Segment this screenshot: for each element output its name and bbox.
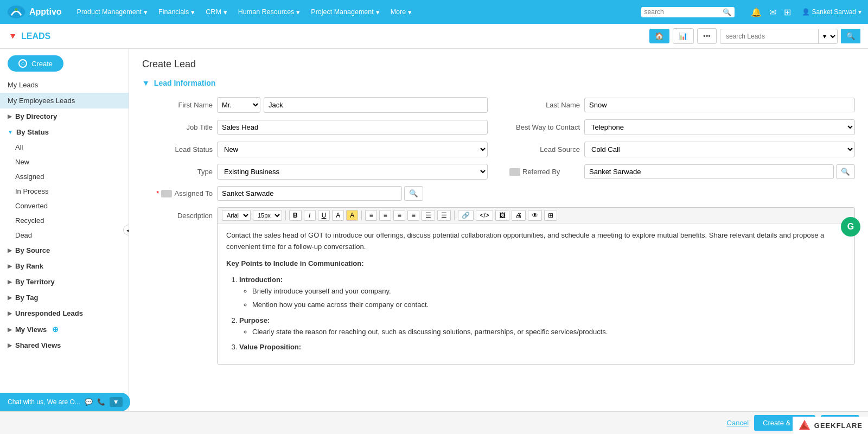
image-button[interactable]: 🖼 [495, 210, 509, 221]
point2-item1: Clearly state the reason for reaching ou… [252, 327, 846, 338]
point-purpose: Purpose: Clearly state the reason for re… [239, 315, 846, 338]
chevron-down-icon: ▾ [408, 8, 412, 16]
last-name-input[interactable] [584, 98, 855, 112]
app-logo[interactable]: Apptivo [7, 4, 62, 20]
chevron-down-icon: ▼ [8, 129, 13, 135]
bullet-list-button[interactable]: ☰ [422, 210, 435, 221]
user-menu[interactable]: 👤 Sanket Sarwad ▾ [802, 8, 861, 16]
apps-icon[interactable]: ⊞ [784, 7, 791, 17]
sidebar-item-in-process[interactable]: In Process [0, 184, 129, 199]
chat-phone-icon: 📞 [97, 398, 105, 406]
sidebar-item-by-source[interactable]: ▶ By Source [0, 242, 129, 258]
nav-menu: Product Management ▾ Financials ▾ CRM ▾ … [73, 6, 630, 18]
description-row: Description Arial 15px B I U A [142, 207, 855, 365]
leads-more-button[interactable]: ••• [697, 28, 717, 44]
sidebar-item-all[interactable]: All [0, 140, 129, 155]
key-points-list: Introduction: Briefly introduce yourself… [239, 275, 846, 353]
sidebar-item-dead[interactable]: Dead [0, 228, 129, 242]
numbered-list-button[interactable]: ☰ [437, 210, 451, 221]
align-center-button[interactable]: ≡ [379, 210, 391, 221]
align-right-button[interactable]: ≡ [393, 210, 405, 221]
converted-label: Converted [15, 202, 48, 210]
bold-button[interactable]: B [289, 210, 302, 221]
type-select[interactable]: Existing Business New Business [217, 164, 488, 180]
leads-home-button[interactable]: 🏠 [649, 29, 669, 43]
app-name: Apptivo [29, 7, 62, 17]
sidebar-item-by-status[interactable]: ▼ By Status [0, 124, 129, 140]
nav-human-resources[interactable]: Human Resources ▾ [234, 6, 305, 18]
link-button[interactable]: 🔗 [458, 210, 474, 221]
description-editor: Arial 15px B I U A A ≡ ≡ [217, 207, 855, 365]
sidebar-item-my-leads[interactable]: My Leads [0, 77, 129, 93]
sidebar-item-unresponded-leads[interactable]: ▶ Unresponded Leads [0, 305, 129, 321]
sidebar-item-by-rank[interactable]: ▶ By Rank [0, 258, 129, 274]
code-button[interactable]: </> [476, 210, 493, 221]
table-button[interactable]: ⊞ [544, 210, 557, 221]
first-name-input[interactable] [264, 97, 488, 113]
bell-icon[interactable]: 🔔 [751, 7, 762, 17]
mail-icon[interactable]: ✉ [769, 7, 776, 17]
sidebar-item-assigned[interactable]: Assigned [0, 169, 129, 184]
assigned-to-input[interactable] [217, 186, 402, 201]
global-search: 🔍 [641, 7, 735, 17]
lead-source-select[interactable]: Cold Call Web Referral Email [584, 142, 855, 157]
font-size-select[interactable]: 15px [253, 210, 282, 221]
cancel-button[interactable]: Cancel [727, 419, 749, 427]
lead-status-select[interactable]: New Assigned In Process Converted [217, 142, 488, 157]
font-family-select[interactable]: Arial [222, 210, 251, 221]
sidebar-item-new[interactable]: New [0, 155, 129, 169]
geekflare-logo-icon [798, 419, 811, 432]
sidebar-my-leads-label: My Leads [8, 81, 38, 89]
nav-project-mgmt[interactable]: Project Management ▾ [307, 6, 384, 18]
nav-product-mgmt[interactable]: Product Management ▾ [73, 6, 152, 18]
assigned-to-search-button[interactable]: 🔍 [404, 186, 423, 201]
chat-expand-icon[interactable]: ▼ [110, 397, 123, 407]
referred-by-search-button[interactable]: 🔍 [836, 164, 855, 179]
by-territory-label: By Territory [15, 278, 55, 286]
section-header-lead-info[interactable]: ▼ Lead Information [142, 79, 855, 87]
create-button[interactable]: ○ Create [8, 55, 63, 72]
referred-by-input[interactable] [584, 164, 834, 179]
sidebar-item-converted[interactable]: Converted [0, 199, 129, 213]
italic-button[interactable]: I [304, 210, 316, 221]
sidebar-item-my-views[interactable]: ▶ My Views ⊕ [0, 321, 129, 337]
nav-financials[interactable]: Financials ▾ [154, 6, 199, 18]
flag-icon [509, 168, 520, 176]
leads-search-input[interactable] [720, 30, 818, 43]
chevron-down-icon: ▾ [144, 8, 148, 16]
leads-funnel-icon: 🔻 [8, 31, 18, 41]
highlight-button[interactable]: A [346, 210, 358, 221]
sidebar-item-by-territory[interactable]: ▶ By Territory [0, 274, 129, 290]
leads-chart-button[interactable]: 📊 [673, 28, 694, 44]
underline-button[interactable]: U [318, 210, 330, 221]
sidebar-item-by-tag[interactable]: ▶ By Tag [0, 290, 129, 305]
editor-content-area[interactable]: Contact the sales head of GOT to introdu… [218, 224, 854, 364]
justify-button[interactable]: ≡ [407, 210, 419, 221]
point2-items: Clearly state the reason for reaching ou… [252, 327, 846, 338]
assigned-to-input-group: 🔍 [217, 186, 423, 201]
sidebar-item-shared-views[interactable]: ▶ Shared Views [0, 337, 129, 353]
sidebar-item-my-employees-leads[interactable]: My Employees Leads [0, 93, 129, 108]
search-icon[interactable]: 🔍 [723, 8, 731, 16]
job-title-input[interactable] [217, 120, 488, 135]
nav-more[interactable]: More ▾ [386, 6, 416, 18]
leads-search-filter[interactable]: ▾ [818, 29, 837, 43]
create-circle-icon: ○ [18, 59, 27, 68]
nav-crm[interactable]: CRM ▾ [201, 6, 231, 18]
sidebar-item-by-directory[interactable]: ▶ By Directory [0, 108, 129, 124]
assigned-to-label: Assigned To [142, 189, 213, 197]
print-button[interactable]: 🖨 [512, 210, 526, 221]
geekflare-text: GEEKFLARE [814, 422, 863, 430]
sidebar-item-recycled[interactable]: Recycled [0, 213, 129, 228]
svg-point-1 [15, 8, 17, 11]
font-color-button[interactable]: A [332, 210, 344, 221]
first-name-row: First Name Mr. Mrs. Ms. Dr. [142, 97, 488, 113]
chat-widget[interactable]: Chat with us, We are O... 💬 📞 ▼ [0, 393, 130, 411]
leads-search-button[interactable]: 🔍 [841, 29, 860, 43]
grammarly-button[interactable]: G [841, 217, 860, 237]
best-way-select[interactable]: Telephone Email Mobile [584, 119, 855, 135]
first-name-prefix-select[interactable]: Mr. Mrs. Ms. Dr. [217, 97, 260, 113]
preview-button[interactable]: 👁 [528, 210, 542, 221]
global-search-input[interactable] [644, 8, 720, 16]
align-left-button[interactable]: ≡ [365, 210, 377, 221]
